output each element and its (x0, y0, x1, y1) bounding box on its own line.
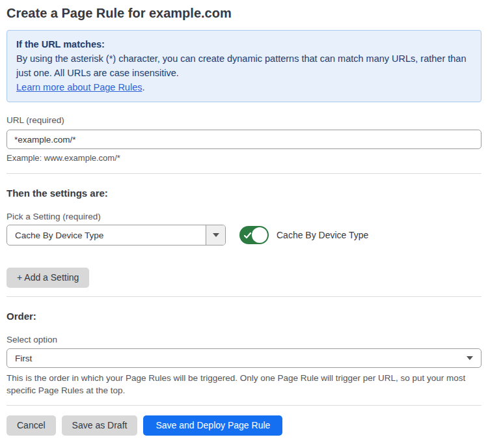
save-as-draft-button[interactable]: Save as Draft (62, 415, 138, 436)
info-box-heading: If the URL matches: (16, 37, 472, 51)
divider (7, 405, 481, 406)
chevron-down-icon (213, 233, 219, 237)
link-suffix: . (142, 82, 144, 92)
url-field-label: URL (required) (7, 116, 481, 125)
cancel-button[interactable]: Cancel (7, 415, 56, 436)
order-select-label: Select option (7, 335, 481, 344)
page-title: Create a Page Rule for example.com (7, 5, 481, 21)
url-input[interactable] (7, 130, 481, 149)
toggle-knob (252, 227, 267, 243)
settings-section-heading: Then the settings are: (7, 188, 481, 199)
order-select[interactable]: First (7, 348, 481, 368)
url-match-info-box: If the URL matches: By using the asteris… (7, 30, 481, 102)
divider (7, 296, 481, 297)
url-example-helper: Example: www.example.com/* (7, 154, 481, 163)
setting-dropdown-value: Cache By Device Type (7, 225, 206, 245)
info-box-link-line: Learn more about Page Rules. (16, 80, 472, 94)
page-rule-form: Create a Page Rule for example.com If th… (0, 0, 488, 436)
divider (7, 173, 481, 174)
setting-dropdown-arrow-button[interactable] (206, 225, 225, 245)
setting-dropdown[interactable]: Cache By Device Type (7, 225, 226, 245)
add-setting-button[interactable]: + Add a Setting (7, 268, 89, 288)
learn-more-link[interactable]: Learn more about Page Rules (16, 82, 142, 92)
setting-toggle[interactable] (239, 226, 269, 244)
setting-toggle-label: Cache By Device Type (277, 230, 368, 240)
order-select-value: First (15, 354, 467, 363)
save-and-deploy-button[interactable]: Save and Deploy Page Rule (143, 415, 282, 436)
info-box-body: By using the asterisk (*) character, you… (16, 51, 472, 80)
setting-row: Cache By Device Type Cache By Device Typ… (7, 225, 481, 245)
pick-setting-label: Pick a Setting (required) (7, 212, 481, 221)
order-section-heading: Order: (7, 311, 481, 322)
footer-actions: Cancel Save as Draft Save and Deploy Pag… (7, 415, 481, 436)
check-icon (243, 231, 252, 242)
order-helper-text: This is the order in which your Page Rul… (7, 372, 481, 397)
chevron-down-icon (467, 356, 473, 360)
